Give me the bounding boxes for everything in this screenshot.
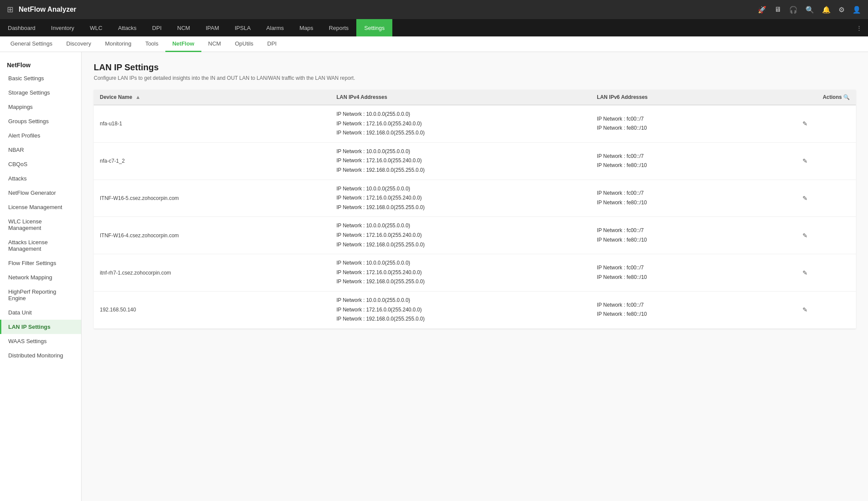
sidebar-item-storage-settings[interactable]: Storage Settings	[0, 85, 81, 100]
table-search-icon[interactable]: 🔍	[843, 94, 850, 100]
nav-dashboard[interactable]: Dashboard	[0, 19, 43, 36]
sidebar-item-highperf[interactable]: HighPerf Reporting Engine	[0, 285, 81, 305]
app-name: NetFlow Analyzer	[19, 6, 76, 13]
actions-cell: ✎	[754, 180, 856, 217]
ipv6-cell: IP Network : fc00::/7IP Network : fe80::…	[591, 105, 754, 142]
page-title: LAN IP Settings	[94, 62, 856, 72]
ipv6-cell: IP Network : fc00::/7IP Network : fe80::…	[591, 142, 754, 180]
device-name-cell: itnf-rh7-1.csez.zohocorpin.com	[94, 254, 330, 291]
ipv4-cell: IP Network : 10.0.0.0(255.0.0.0)IP Netwo…	[330, 291, 591, 328]
subnav-discovery[interactable]: Discovery	[59, 36, 98, 52]
topbar: ⊞ NetFlow Analyzer 🚀 🖥 🎧 🔍 🔔 ⚙ 👤	[0, 0, 868, 19]
nav-attacks[interactable]: Attacks	[110, 19, 145, 36]
ipv4-cell: IP Network : 10.0.0.0(255.0.0.0)IP Netwo…	[330, 142, 591, 180]
sidebar-item-nbar[interactable]: NBAR	[0, 143, 81, 157]
table-row: nfa-c7-1_2IP Network : 10.0.0.0(255.0.0.…	[94, 142, 856, 180]
subnav-tools[interactable]: Tools	[138, 36, 165, 52]
topbar-left: ⊞ NetFlow Analyzer	[7, 5, 76, 14]
device-name-cell: ITNF-W16-5.csez.zohocorpin.com	[94, 180, 330, 217]
sidebar-item-alert-profiles[interactable]: Alert Profiles	[0, 128, 81, 143]
sidebar-item-distributed-monitoring[interactable]: Distributed Monitoring	[0, 348, 81, 363]
main-content: LAN IP Settings Configure LAN IPs to get…	[82, 52, 868, 501]
ipv6-cell: IP Network : fc00::/7IP Network : fe80::…	[591, 291, 754, 328]
col-lan-ipv4: LAN IPv4 Addresses	[330, 90, 591, 105]
subnav-netflow[interactable]: NetFlow	[165, 36, 201, 52]
sidebar-item-lan-ip-settings[interactable]: LAN IP Settings	[0, 320, 81, 334]
device-name-cell: ITNF-W16-4.csez.zohocorpin.com	[94, 217, 330, 254]
nav-ipam[interactable]: IPAM	[198, 19, 227, 36]
sidebar-item-attacks-license[interactable]: Attacks License Management	[0, 235, 81, 256]
actions-cell: ✎	[754, 254, 856, 291]
subnav-monitoring[interactable]: Monitoring	[98, 36, 138, 52]
nav-wlc[interactable]: WLC	[82, 19, 110, 36]
headset-icon[interactable]: 🎧	[789, 6, 798, 14]
sidebar: NetFlow Basic Settings Storage Settings …	[0, 52, 82, 501]
ipv6-cell: IP Network : fc00::/7IP Network : fe80::…	[591, 217, 754, 254]
nav-alarms[interactable]: Alarms	[259, 19, 292, 36]
sidebar-item-data-unit[interactable]: Data Unit	[0, 305, 81, 320]
table-row: itnf-rh7-1.csez.zohocorpin.comIP Network…	[94, 254, 856, 291]
monitor-icon[interactable]: 🖥	[774, 6, 781, 13]
sidebar-item-network-mapping[interactable]: Network Mapping	[0, 270, 81, 285]
nav-inventory[interactable]: Inventory	[43, 19, 82, 36]
subnav-ncm[interactable]: NCM	[201, 36, 228, 52]
layout: NetFlow Basic Settings Storage Settings …	[0, 52, 868, 501]
nav-reports[interactable]: Reports	[321, 19, 357, 36]
device-name-cell: nfa-u18-1	[94, 105, 330, 142]
subnav-dpi[interactable]: DPI	[260, 36, 284, 52]
edit-icon[interactable]: ✎	[802, 120, 808, 127]
subnav-oputils[interactable]: OpUtils	[228, 36, 260, 52]
edit-icon[interactable]: ✎	[802, 157, 808, 164]
sidebar-item-netflow-generator[interactable]: NetFlow Generator	[0, 186, 81, 200]
edit-icon[interactable]: ✎	[802, 269, 808, 276]
sidebar-item-basic-settings[interactable]: Basic Settings	[0, 71, 81, 85]
sidebar-title: NetFlow	[0, 57, 81, 71]
settings-icon[interactable]: ⚙	[838, 6, 845, 14]
subnav-general-settings[interactable]: General Settings	[3, 36, 59, 52]
nav-more[interactable]: ⋮	[850, 25, 868, 31]
topbar-right: 🚀 🖥 🎧 🔍 🔔 ⚙ 👤	[758, 6, 861, 14]
sort-icon: ▲	[135, 94, 141, 100]
bell-icon[interactable]: 🔔	[822, 6, 831, 14]
nav-settings[interactable]: Settings	[356, 19, 392, 36]
sidebar-item-license-management[interactable]: License Management	[0, 200, 81, 214]
table-row: nfa-u18-1IP Network : 10.0.0.0(255.0.0.0…	[94, 105, 856, 142]
sidebar-item-attacks[interactable]: Attacks	[0, 171, 81, 186]
grid-icon[interactable]: ⊞	[7, 5, 13, 14]
ipv6-cell: IP Network : fc00::/7IP Network : fe80::…	[591, 254, 754, 291]
sidebar-item-groups-settings[interactable]: Groups Settings	[0, 114, 81, 128]
ipv4-cell: IP Network : 10.0.0.0(255.0.0.0)IP Netwo…	[330, 180, 591, 217]
edit-icon[interactable]: ✎	[802, 306, 808, 313]
sidebar-item-cbqos[interactable]: CBQoS	[0, 157, 81, 171]
sidebar-item-mappings[interactable]: Mappings	[0, 100, 81, 114]
main-nav: Dashboard Inventory WLC Attacks DPI NCM …	[0, 19, 868, 36]
sidebar-item-wlc-license[interactable]: WLC License Management	[0, 214, 81, 235]
sub-nav: General Settings Discovery Monitoring To…	[0, 36, 868, 52]
col-device-name[interactable]: Device Name ▲	[94, 90, 330, 105]
user-icon[interactable]: 👤	[852, 6, 861, 14]
sidebar-item-flow-filter[interactable]: Flow Filter Settings	[0, 256, 81, 270]
table-header-row: Device Name ▲ LAN IPv4 Addresses LAN IPv…	[94, 90, 856, 105]
search-icon[interactable]: 🔍	[806, 6, 814, 14]
sidebar-item-waas-settings[interactable]: WAAS Settings	[0, 334, 81, 348]
col-lan-ipv6: LAN IPv6 Addresses	[591, 90, 754, 105]
nav-dpi[interactable]: DPI	[145, 19, 170, 36]
device-name-cell: nfa-c7-1_2	[94, 142, 330, 180]
ipv4-cell: IP Network : 10.0.0.0(255.0.0.0)IP Netwo…	[330, 105, 591, 142]
nav-ipsla[interactable]: IPSLA	[227, 19, 259, 36]
rocket-icon[interactable]: 🚀	[758, 6, 766, 14]
col-actions: Actions 🔍	[754, 90, 856, 105]
nav-maps[interactable]: Maps	[292, 19, 321, 36]
edit-icon[interactable]: ✎	[802, 195, 808, 202]
actions-cell: ✎	[754, 105, 856, 142]
device-name-cell: 192.168.50.140	[94, 291, 330, 328]
nav-ncm[interactable]: NCM	[169, 19, 198, 36]
table-row: ITNF-W16-4.csez.zohocorpin.comIP Network…	[94, 217, 856, 254]
actions-cell: ✎	[754, 291, 856, 328]
table-row: ITNF-W16-5.csez.zohocorpin.comIP Network…	[94, 180, 856, 217]
actions-cell: ✎	[754, 217, 856, 254]
edit-icon[interactable]: ✎	[802, 232, 808, 239]
ipv4-cell: IP Network : 10.0.0.0(255.0.0.0)IP Netwo…	[330, 254, 591, 291]
actions-cell: ✎	[754, 142, 856, 180]
lan-ip-table: Device Name ▲ LAN IPv4 Addresses LAN IPv…	[94, 90, 856, 329]
